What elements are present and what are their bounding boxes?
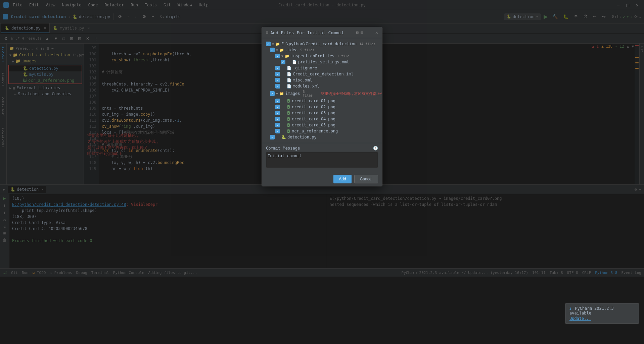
commit-label: Commit Message 🕐 (266, 146, 378, 151)
misc-label: misc.xml (293, 78, 312, 82)
iml-icon: 📄 (287, 72, 291, 76)
modal-close-button[interactable]: ✕ (375, 30, 378, 35)
images-dir-icon: 📁 (279, 92, 284, 96)
modules-icon: 📄 (287, 84, 291, 89)
commit-message-input[interactable]: Initial commit (266, 152, 378, 168)
cc05-label: credit_card_05.png (292, 123, 335, 127)
ocr-ref-label: ocr_a_reference.png (292, 129, 338, 133)
images-dir-expand: ▼ (276, 92, 278, 96)
gitignore-label: .gitignore (293, 66, 317, 70)
cc04-label: credit_card_04.png (292, 117, 335, 121)
cc04-icon: 🖼 (287, 117, 290, 121)
modal-expand-icon[interactable]: ⊟ (356, 30, 359, 35)
modal-collapse-icon[interactable]: ⊞ (361, 30, 363, 35)
inspection-checkbox[interactable]: ✓ (275, 54, 280, 58)
add-files-modal: ⊞ Add Files For Initial Commit ⊟ ⊞ ✕ ✓ ▼… (262, 27, 382, 186)
images-dir-count: 6 files (303, 90, 313, 97)
misc-checkbox[interactable]: ✓ (275, 78, 280, 82)
update-link[interactable]: Update... (569, 316, 635, 321)
modal-cc02-row[interactable]: ✓ 🖼 credit_card_02.png (263, 104, 381, 110)
cc01-label: credit_card_01.png (292, 99, 335, 103)
modal-header-actions: ⊟ ⊞ (356, 30, 363, 35)
modal-footer: Add Cancel (262, 172, 382, 186)
modal-cc03-row[interactable]: ✓ 🖼 credit_card_03.png (263, 110, 381, 116)
misc-icon: 📄 (287, 78, 291, 82)
modal-body: ✓ ▼ 📁 E:\python\Credit_card_detection 14… (262, 38, 382, 143)
modal-modules-row[interactable]: ✓ 📄 modules.xml (263, 83, 381, 89)
update-title: PyCharm 2021.2.3 available (569, 306, 614, 316)
cc04-checkbox[interactable]: ✓ (275, 117, 280, 121)
modal-overlay: ⊞ Add Files For Initial Commit ⊟ ⊞ ✕ ✓ ▼… (0, 0, 644, 344)
modal-idea-row[interactable]: ✓ ▼ 📁 .idea 5 files (263, 47, 381, 53)
inspection-count: 1 file (337, 54, 349, 58)
modules-checkbox[interactable]: ✓ (275, 84, 280, 89)
modal-images-dir-row[interactable]: ✓ ▼ 📁 images 6 files 这里选择全部勾选，将所有文件都上传 (263, 89, 381, 98)
cc03-icon: 🖼 (287, 111, 290, 115)
profiles-checkbox[interactable]: ✓ (281, 60, 285, 64)
root-checkbox[interactable]: ✓ (266, 42, 271, 46)
root-count: 14 files (359, 42, 375, 46)
info-icon: ℹ (569, 306, 571, 311)
commit-clock-icon[interactable]: 🕐 (373, 146, 378, 151)
gitignore-icon: 📄 (287, 66, 291, 70)
modal-detection-icon: 🐍 (281, 135, 286, 139)
modal-commit-section: Commit Message 🕐 Initial commit (262, 143, 382, 172)
inspection-icon: 📁 (285, 54, 289, 58)
idea-checkbox[interactable]: ✓ (270, 48, 275, 52)
modal-gitignore-row[interactable]: ✓ 📄 .gitignore (263, 65, 381, 71)
iml-label: Credit_card_detection.iml (293, 72, 354, 76)
profiles-icon: 📄 (292, 60, 297, 64)
cc03-label: credit_card_03.png (292, 111, 335, 115)
gitignore-checkbox[interactable]: ✓ (275, 66, 280, 70)
modal-ocr-row[interactable]: ✓ 🖼 ocr_a_reference.png (263, 128, 381, 134)
update-title-row: ℹ PyCharm 2021.2.3 available (569, 306, 635, 316)
root-path-label: E:\python\Credit_card_detection (281, 42, 357, 46)
modal-detection-py-row[interactable]: ✓ 🐍 detection.py (263, 134, 381, 140)
cc03-checkbox[interactable]: ✓ (275, 111, 280, 115)
images-dir-checkbox[interactable]: ✓ (270, 91, 275, 96)
modal-title-bar: ⊞ Add Files For Initial Commit ⊟ ⊞ ✕ (262, 27, 382, 38)
modal-detection-label: detection.py (287, 135, 317, 139)
modal-cc04-row[interactable]: ✓ 🖼 credit_card_04.png (263, 116, 381, 122)
ocr-ref-checkbox[interactable]: ✓ (275, 129, 280, 133)
modal-cc01-row[interactable]: ✓ 🖼 credit_card_01.png (263, 98, 381, 104)
modal-misc-row[interactable]: ✓ 📄 misc.xml (263, 77, 381, 83)
idea-icon: 📁 (279, 48, 284, 52)
cc05-icon: 🖼 (287, 123, 290, 127)
iml-checkbox[interactable]: ✓ (275, 72, 280, 76)
images-dir-label: images (285, 91, 300, 96)
root-folder-icon: 📁 (275, 42, 280, 46)
modal-cc05-row[interactable]: ✓ 🖼 credit_card_05.png (263, 122, 381, 128)
profiles-label: profiles_settings.xml (298, 60, 349, 64)
inspection-expand: ▼ (281, 54, 283, 58)
cc02-checkbox[interactable]: ✓ (275, 105, 280, 109)
modal-profiles-row[interactable]: ✓ 📄 profiles_settings.xml (263, 59, 381, 65)
modal-inspection-row[interactable]: ✓ ▼ 📁 inspectionProfiles 1 file (263, 53, 381, 59)
pycharm-update-notification: ℹ PyCharm 2021.2.3 available Update... (565, 303, 639, 324)
idea-count: 5 files (300, 48, 314, 52)
cc02-label: credit_card_02.png (292, 105, 335, 109)
cancel-button[interactable]: Cancel (354, 175, 378, 183)
inspection-label: inspectionProfiles (291, 54, 334, 58)
cc01-icon: 🖼 (287, 99, 290, 103)
modal-title: Add Files For Initial Commit (270, 30, 344, 35)
modules-label: modules.xml (293, 84, 319, 89)
cc01-checkbox[interactable]: ✓ (275, 99, 280, 103)
modal-iml-row[interactable]: ✓ 📄 Credit_card_detection.iml (263, 71, 381, 77)
cc05-checkbox[interactable]: ✓ (275, 123, 280, 127)
root-expand: ▼ (272, 42, 274, 46)
modal-detection-checkbox[interactable]: ✓ (270, 135, 275, 139)
add-button[interactable]: Add (333, 175, 351, 183)
idea-expand: ▼ (276, 48, 278, 52)
modal-settings-icon[interactable]: ⊞ (266, 30, 268, 35)
idea-label: .idea (285, 48, 297, 52)
images-annotation: 这里选择全部勾选，将所有文件都上传 (321, 91, 382, 96)
modal-title-group: ⊞ Add Files For Initial Commit (266, 30, 344, 35)
ocr-ref-icon: 🖼 (287, 129, 290, 133)
cc02-icon: 🖼 (287, 105, 290, 109)
modal-root-row[interactable]: ✓ ▼ 📁 E:\python\Credit_card_detection 14… (263, 41, 381, 47)
